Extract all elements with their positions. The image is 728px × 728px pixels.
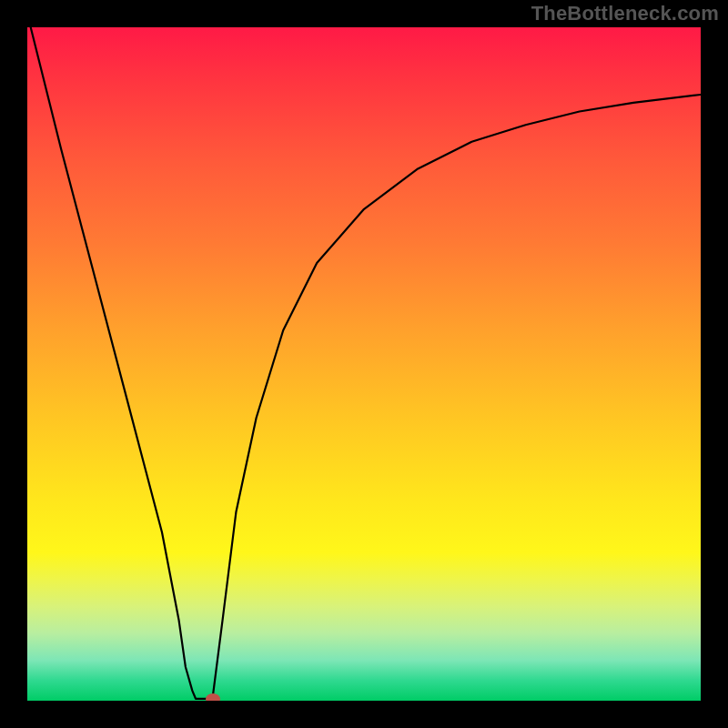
chart-frame: TheBottleneck.com: [0, 0, 728, 728]
watermark-text: TheBottleneck.com: [531, 2, 719, 25]
plot-area: [27, 27, 701, 701]
bottleneck-curve: [27, 27, 701, 701]
optimal-point-marker: [206, 693, 220, 701]
curve-path: [31, 27, 701, 699]
